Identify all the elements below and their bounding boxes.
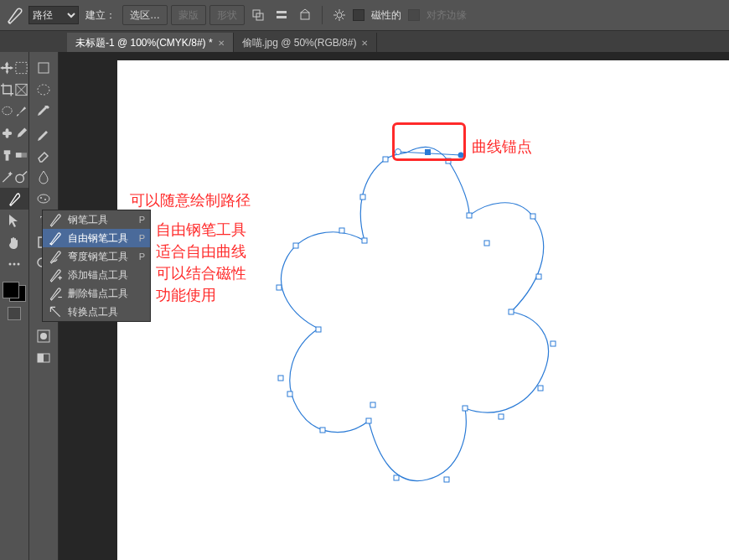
svg-rect-43 (551, 341, 556, 346)
flyout-item-delete-anchor[interactable]: 删除锚点工具 (43, 284, 150, 303)
hand-tool[interactable] (0, 231, 28, 253)
move-tool[interactable] (0, 57, 14, 79)
svg-point-61 (49, 243, 51, 245)
magnetic-checkbox[interactable] (353, 9, 364, 21)
svg-rect-44 (538, 386, 543, 391)
tab-doc-1[interactable]: 未标题-1 @ 100%(CMYK/8#) *✕ (67, 33, 234, 53)
svg-rect-50 (370, 402, 375, 407)
blur-tool[interactable] (29, 166, 58, 188)
svg-point-16 (16, 174, 23, 182)
flyout-label: 弯度钢笔工具 (68, 250, 128, 264)
svg-point-6 (337, 13, 342, 18)
document-tabs: 未标题-1 @ 100%(CMYK/8#) *✕ 偷喵.jpg @ 50%(RG… (0, 31, 729, 54)
svg-rect-60 (383, 157, 388, 162)
make-mask-button[interactable]: 蒙版 (171, 5, 206, 25)
align-edges-label: 对齐边缘 (423, 8, 470, 23)
svg-rect-52 (287, 391, 292, 397)
gear-icon[interactable] (329, 5, 349, 25)
svg-rect-39 (484, 241, 489, 246)
svg-rect-45 (499, 414, 504, 419)
flyout-item-convert-point[interactable]: 转换点工具 (43, 303, 150, 321)
curvature-pen-icon (48, 249, 63, 264)
crop-tool[interactable] (0, 79, 14, 101)
svg-point-0 (8, 22, 10, 23)
annotation-desc: 自由钢笔工具 适合自由曲线 可以结合磁性 功能使用 (156, 219, 246, 306)
path-arrange-icon[interactable] (295, 5, 315, 25)
svg-rect-21 (39, 63, 49, 73)
svg-point-23 (38, 194, 49, 203)
align-edges-checkbox[interactable] (408, 9, 420, 21)
tab-label: 偷喵.jpg @ 50%(RGB/8#) (242, 36, 357, 50)
svg-rect-5 (301, 13, 309, 19)
flyout-item-add-anchor[interactable]: 添加锚点工具 (43, 266, 150, 284)
quick-mask-icon[interactable] (29, 325, 58, 347)
pen-icon (48, 212, 63, 227)
svg-point-17 (10, 205, 12, 206)
svg-rect-7 (16, 62, 27, 73)
svg-rect-53 (278, 376, 283, 381)
spot-heal-tool[interactable] (0, 122, 14, 144)
clone-tool[interactable] (0, 144, 14, 166)
svg-rect-38 (467, 213, 472, 218)
svg-point-19 (13, 263, 16, 266)
pen-tool[interactable] (0, 188, 28, 210)
flyout-item-pen[interactable]: 钢笔工具 P (43, 210, 150, 229)
svg-rect-32 (38, 354, 44, 362)
toolbar-col-1 (0, 52, 29, 560)
svg-rect-58 (362, 238, 367, 243)
pen-tool-flyout: 钢笔工具 P 自由钢笔工具 P 弯度钢笔工具 P 添加锚点工具 删除锚点工具 转… (42, 210, 151, 322)
lasso-tool[interactable] (0, 101, 14, 122)
path-mode-select[interactable]: 路径 (28, 6, 79, 24)
flyout-label: 自由钢笔工具 (68, 231, 128, 246)
dodge-tool[interactable] (14, 166, 28, 188)
paint-tool[interactable] (14, 122, 28, 144)
path-select-tool[interactable] (0, 210, 28, 231)
add-anchor-icon (48, 267, 63, 283)
freeform-pen-icon (48, 231, 63, 246)
marquee-tool[interactable] (14, 57, 28, 79)
svg-rect-48 (394, 475, 399, 480)
make-shape-button[interactable]: 形状 (209, 5, 245, 25)
shortcut: P (139, 251, 145, 262)
svg-rect-41 (536, 274, 541, 279)
close-icon[interactable]: ✕ (218, 39, 225, 48)
flyout-label: 钢笔工具 (68, 213, 108, 227)
pencil-tool[interactable] (29, 122, 58, 144)
options-bar: 路径 建立： 选区… 蒙版 形状 磁性的 对齐边缘 (0, 0, 729, 31)
path-align-icon[interactable] (271, 5, 292, 25)
svg-rect-57 (339, 228, 344, 233)
make-selection-button[interactable]: 选区… (122, 5, 168, 25)
svg-point-30 (40, 333, 47, 340)
magic-wand-tool[interactable] (0, 166, 14, 188)
svg-rect-12 (4, 150, 11, 154)
path-ops-icon[interactable] (248, 5, 268, 25)
svg-rect-46 (463, 406, 468, 411)
svg-point-18 (9, 263, 12, 266)
dots-tool[interactable] (0, 253, 28, 275)
svg-point-9 (3, 106, 12, 114)
ellipse-marquee-tool[interactable] (29, 79, 58, 101)
eraser-tool[interactable] (29, 144, 58, 166)
flyout-item-curvature-pen[interactable]: 弯度钢笔工具 P (43, 247, 150, 266)
tab-doc-2[interactable]: 偷喵.jpg @ 50%(RGB/8#)✕ (234, 33, 378, 53)
svg-rect-4 (277, 16, 287, 18)
gradient-tool[interactable] (14, 144, 28, 166)
artboard-tool[interactable] (29, 57, 58, 79)
freeform-pen-icon (5, 5, 25, 25)
flyout-label: 添加锚点工具 (68, 268, 128, 283)
close-icon[interactable]: ✕ (361, 39, 368, 48)
svg-rect-47 (444, 477, 449, 482)
flyout-item-freeform-pen[interactable]: 自由钢笔工具 P (43, 229, 150, 247)
color-swatch[interactable] (3, 282, 26, 302)
convert-point-icon (48, 304, 63, 319)
frame-tool[interactable] (14, 79, 28, 101)
sponge-tool[interactable] (29, 188, 58, 210)
svg-rect-40 (530, 214, 535, 219)
svg-point-24 (40, 197, 42, 199)
screen-mode-icon[interactable] (29, 347, 58, 369)
eyedropper-tool[interactable] (29, 101, 58, 122)
svg-rect-51 (320, 428, 325, 433)
svg-rect-3 (277, 11, 287, 13)
brush-tool[interactable] (14, 101, 28, 122)
mask-mode-icon[interactable] (8, 307, 21, 320)
